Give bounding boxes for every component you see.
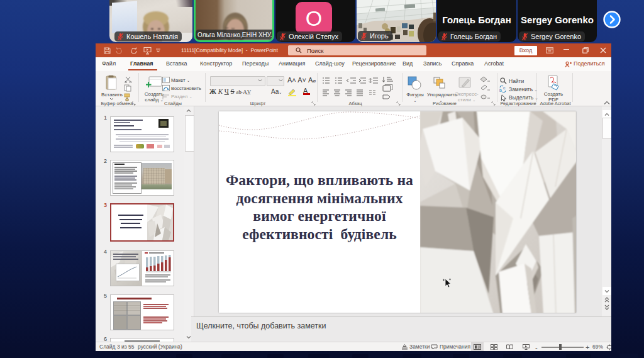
svg-text:c: c: [503, 86, 506, 90]
svg-text:b: b: [499, 88, 502, 92]
